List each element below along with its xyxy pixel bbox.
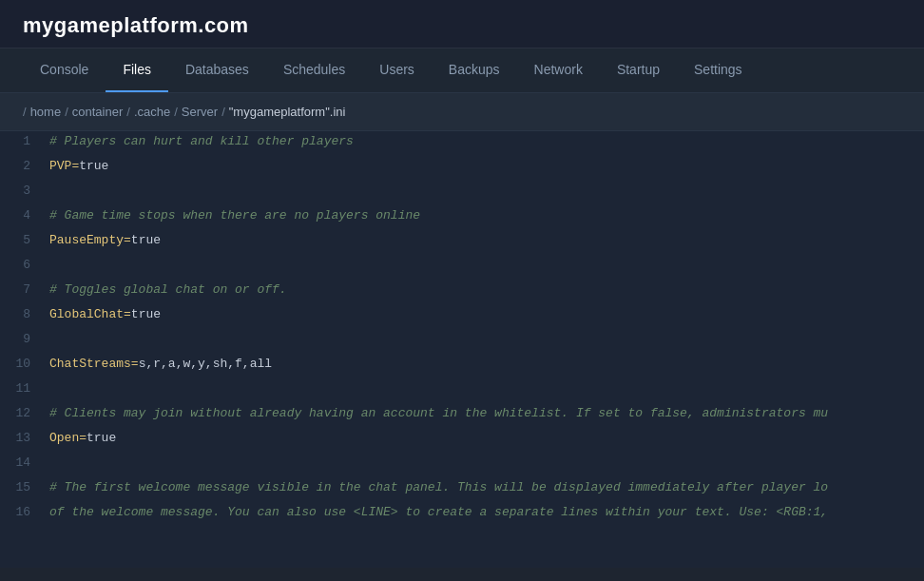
code-line-4: 4 # Game time stops when there are no pl…: [0, 205, 924, 230]
code-line-2: 2 PVP=true: [0, 156, 924, 181]
nav-backups[interactable]: Backups: [432, 48, 517, 92]
breadcrumb-sep-4: /: [221, 105, 225, 119]
line-num-12: 12: [0, 404, 44, 422]
code-line-3: 3: [0, 181, 924, 205]
line-content-4: # Game time stops when there are no play…: [44, 206, 924, 224]
breadcrumb-server[interactable]: Server: [182, 105, 218, 119]
code-line-10: 10 ChatStreams=s,r,a,w,y,sh,f,all: [0, 354, 924, 378]
breadcrumb: / home / container / .cache / Server / "…: [0, 93, 924, 131]
nav-settings[interactable]: Settings: [677, 48, 760, 92]
breadcrumb-home[interactable]: home: [30, 105, 62, 119]
line-num-1: 1: [0, 132, 44, 150]
code-line-1: 1 # Players can hurt and kill other play…: [0, 131, 924, 156]
line-num-13: 13: [0, 429, 44, 447]
nav-console[interactable]: Console: [23, 48, 106, 92]
line-content-8: GlobalChat=true: [44, 305, 924, 323]
line-content-5: PauseEmpty=true: [44, 231, 924, 249]
breadcrumb-container[interactable]: container: [72, 105, 123, 119]
code-line-12: 12 # Clients may join without already ha…: [0, 403, 924, 428]
breadcrumb-root-sep: /: [23, 105, 27, 119]
line-num-2: 2: [0, 157, 44, 175]
site-title: mygameplatform.com: [23, 13, 901, 38]
line-content-10: ChatStreams=s,r,a,w,y,sh,f,all: [44, 355, 924, 373]
line-content-13: Open=true: [44, 429, 924, 447]
code-line-13: 13 Open=true: [0, 428, 924, 453]
nav-startup[interactable]: Startup: [600, 48, 677, 92]
line-num-7: 7: [0, 281, 44, 299]
code-line-5: 5 PauseEmpty=true: [0, 230, 924, 255]
main-nav: Console Files Databases Schedules Users …: [0, 48, 924, 93]
nav-network[interactable]: Network: [517, 48, 600, 92]
code-line-7: 7 # Toggles global chat on or off.: [0, 280, 924, 304]
line-content-15: # The first welcome message visible in t…: [44, 478, 899, 496]
line-num-11: 11: [0, 379, 44, 397]
line-content-12: # Clients may join without already havin…: [44, 404, 899, 422]
breadcrumb-sep-3: /: [174, 105, 178, 119]
line-content-2: PVP=true: [44, 157, 924, 175]
line-num-10: 10: [0, 355, 44, 373]
breadcrumb-sep-2: /: [126, 105, 130, 119]
breadcrumb-sep-1: /: [65, 105, 68, 119]
line-num-6: 6: [0, 256, 44, 274]
header: mygameplatform.com: [0, 0, 924, 48]
code-line-8: 8 GlobalChat=true: [0, 304, 924, 329]
line-num-4: 4: [0, 206, 44, 224]
line-num-5: 5: [0, 231, 44, 249]
code-line-11: 11: [0, 378, 924, 403]
line-content-1: # Players can hurt and kill other player…: [44, 132, 924, 150]
breadcrumb-filename: "mygameplatform".ini: [229, 105, 346, 119]
line-content-7: # Toggles global chat on or off.: [44, 281, 924, 299]
breadcrumb-cache[interactable]: .cache: [134, 105, 170, 119]
code-lines: 1 # Players can hurt and kill other play…: [0, 131, 924, 527]
code-line-15: 15 # The first welcome message visible i…: [0, 477, 924, 502]
line-num-15: 15: [0, 478, 44, 496]
code-line-14: 14: [0, 453, 924, 477]
line-num-9: 9: [0, 330, 44, 348]
nav-schedules[interactable]: Schedules: [266, 48, 362, 92]
nav-users[interactable]: Users: [362, 48, 432, 92]
line-num-3: 3: [0, 182, 44, 200]
line-num-8: 8: [0, 305, 44, 323]
code-line-6: 6: [0, 255, 924, 280]
code-editor[interactable]: 1 # Players can hurt and kill other play…: [0, 131, 924, 568]
line-content-16: of the welcome message. You can also use…: [44, 503, 899, 521]
nav-files[interactable]: Files: [106, 48, 168, 92]
line-num-14: 14: [0, 454, 44, 472]
nav-databases[interactable]: Databases: [168, 48, 266, 92]
code-line-16: 16 of the welcome message. You can also …: [0, 502, 924, 527]
code-line-9: 9: [0, 329, 924, 354]
line-num-16: 16: [0, 503, 44, 521]
